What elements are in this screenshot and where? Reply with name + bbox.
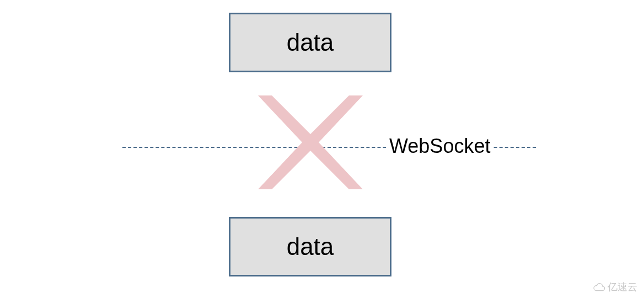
watermark-text: 亿速云 [608, 280, 637, 294]
bottom-data-label: data [287, 233, 334, 260]
cloud-icon [592, 283, 605, 291]
top-data-label: data [287, 29, 334, 56]
websocket-label: WebSocket [386, 135, 493, 158]
watermark: 亿速云 [592, 280, 637, 294]
broken-connection-x-icon [255, 87, 366, 198]
bottom-data-box: data [229, 217, 391, 276]
top-data-box: data [229, 13, 391, 72]
